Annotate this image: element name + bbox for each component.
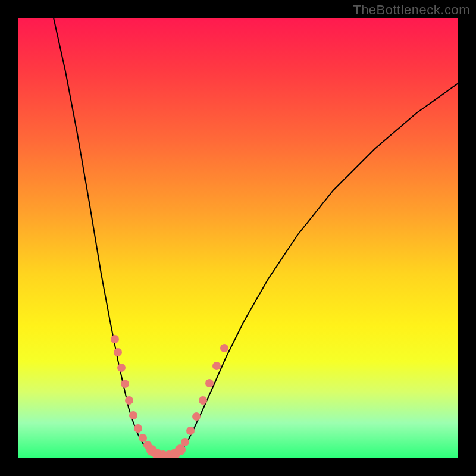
chart-frame [18,18,458,458]
data-dot [192,412,201,421]
curve-left [54,18,156,454]
data-dots [111,335,228,458]
data-dot [111,335,119,343]
data-dot [129,411,137,419]
data-dot [212,362,221,370]
data-dot [134,424,142,433]
data-dot [114,348,122,356]
data-dot [199,396,207,405]
data-dot [205,379,214,387]
watermark-text: TheBottleneck.com [353,2,470,18]
data-dot [186,427,195,435]
data-dot [220,344,228,352]
data-dot [181,438,189,446]
data-dot [121,380,129,388]
data-dot [139,434,147,442]
data-dot [125,396,133,405]
chart-svg [18,18,458,458]
data-dot [117,364,126,372]
curve-right [177,83,458,454]
